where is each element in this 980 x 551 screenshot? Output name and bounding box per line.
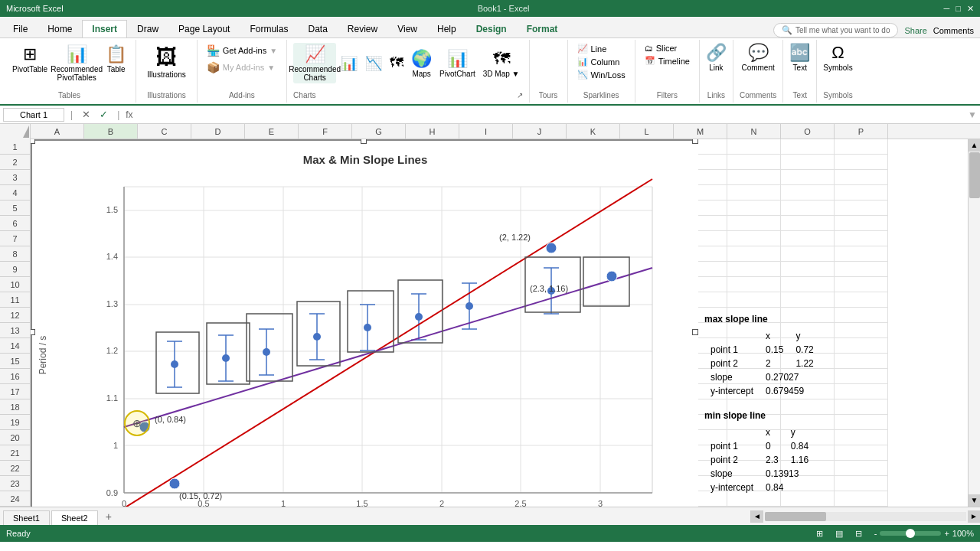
name-box[interactable] [3, 108, 64, 122]
grid-cell[interactable] [835, 292, 888, 308]
col-header-i[interactable]: I [459, 124, 513, 139]
hierarchy-chart-btn[interactable]: 📉 [362, 54, 385, 73]
row-header-15[interactable]: 15 [0, 354, 30, 369]
grid-cell[interactable] [835, 323, 888, 338]
scroll-left-btn[interactable]: ◄ [751, 510, 763, 523]
col-header-g[interactable]: G [352, 124, 406, 139]
get-addins-btn[interactable]: 🏪 Get Add-ins ▼ [204, 43, 280, 58]
row-header-10[interactable]: 10 [0, 277, 30, 292]
row-header-24[interactable]: 24 [0, 491, 30, 507]
grid-cell[interactable] [727, 292, 781, 308]
link-btn[interactable]: 🔗 Link [706, 43, 727, 72]
h-scroll-thumb[interactable] [765, 512, 826, 521]
my-addins-btn[interactable]: 📦 My Add-ins ▼ [204, 60, 280, 75]
share-button[interactable]: Share [904, 26, 926, 35]
grid-cell[interactable] [727, 170, 781, 185]
grid-cell[interactable] [835, 369, 888, 384]
close-btn[interactable]: ✕ [967, 4, 974, 14]
status-page-break[interactable]: ⊟ [855, 529, 862, 539]
grid-cell[interactable] [835, 277, 888, 292]
grid-cell[interactable] [835, 415, 888, 430]
grid-cell[interactable] [835, 461, 888, 476]
grid-cell[interactable] [835, 170, 888, 185]
zoom-out-btn[interactable]: - [874, 529, 877, 538]
row-header-3[interactable]: 3 [0, 170, 30, 185]
handle-tm[interactable] [361, 139, 367, 144]
grid-cell[interactable] [781, 139, 835, 155]
recommended-charts-btn[interactable]: 📈 Recommended Charts [293, 43, 336, 83]
grid-cell[interactable] [781, 277, 835, 292]
scroll-thumb[interactable] [969, 152, 980, 198]
handle-tl[interactable] [31, 139, 35, 144]
row-header-22[interactable]: 22 [0, 461, 30, 476]
3d-map-btn[interactable]: 🗺 3D Map ▼ [480, 47, 523, 80]
scroll-up-btn[interactable]: ▲ [969, 139, 980, 152]
maximize-btn[interactable]: □ [956, 4, 961, 14]
col-header-a[interactable]: A [31, 124, 84, 139]
column-sparkline-btn[interactable]: 📊 Column [574, 56, 629, 67]
grid-cell[interactable] [835, 231, 888, 246]
grid-cell[interactable] [727, 277, 781, 292]
menu-help[interactable]: Help [427, 20, 466, 37]
row-header-19[interactable]: 19 [0, 415, 30, 430]
search-bar[interactable]: 🔍 Tell me what you want to do [773, 23, 898, 37]
zoom-in-btn[interactable]: + [944, 529, 949, 538]
grid-cell[interactable] [835, 185, 888, 201]
grid-cell[interactable] [835, 445, 888, 461]
menu-home[interactable]: Home [38, 20, 82, 37]
line-sparkline-btn[interactable]: 📈 Line [574, 43, 629, 54]
row-header-21[interactable]: 21 [0, 445, 30, 461]
row-header-16[interactable]: 16 [0, 369, 30, 384]
recommended-pivot-btn[interactable]: 📊 Recommended PivotTables [54, 43, 100, 83]
grid-cell[interactable] [781, 155, 835, 170]
grid-cell[interactable] [727, 216, 781, 231]
grid-content[interactable]: Max & Min Slope Lines [31, 139, 968, 507]
slicer-btn[interactable]: 🗂 Slicer [642, 43, 693, 54]
status-normal-view[interactable]: ⊞ [816, 529, 823, 539]
formula-input[interactable] [136, 109, 965, 120]
scroll-right-btn[interactable]: ► [968, 510, 980, 523]
row-header-5[interactable]: 5 [0, 201, 30, 216]
row-header-9[interactable]: 9 [0, 262, 30, 277]
grid-cell[interactable] [835, 201, 888, 216]
row-header-8[interactable]: 8 [0, 246, 30, 262]
menu-formulas[interactable]: Formulas [240, 20, 298, 37]
comments-button[interactable]: Comments [933, 26, 974, 35]
grid-cell[interactable] [835, 384, 888, 399]
col-header-m[interactable]: M [674, 124, 727, 139]
grid-cell[interactable] [835, 246, 888, 262]
comment-btn[interactable]: 💬 Comment [741, 43, 774, 72]
grid-cell[interactable] [781, 292, 835, 308]
grid-cell[interactable] [727, 139, 781, 155]
menu-insert[interactable]: Insert [82, 20, 127, 37]
vertical-scrollbar[interactable]: ▲ ▼ [968, 139, 980, 507]
row-header-13[interactable]: 13 [0, 323, 30, 338]
grid-cell[interactable] [835, 430, 888, 445]
timeline-btn[interactable]: 📅 Timeline [642, 55, 693, 67]
row-header-20[interactable]: 20 [0, 430, 30, 445]
grid-cell[interactable] [835, 262, 888, 277]
grid-cell[interactable] [727, 155, 781, 170]
chart-container[interactable]: Max & Min Slope Lines [31, 139, 697, 507]
menu-data[interactable]: Data [298, 20, 337, 37]
col-header-l[interactable]: L [620, 124, 674, 139]
menu-format[interactable]: Format [517, 20, 568, 37]
grid-cell[interactable] [727, 201, 781, 216]
col-header-h[interactable]: H [406, 124, 459, 139]
sheet-tab-sheet1[interactable]: Sheet1 [3, 510, 50, 525]
col-header-n[interactable]: N [727, 124, 781, 139]
col-header-c[interactable]: C [138, 124, 191, 139]
zoom-thumb[interactable] [906, 529, 915, 538]
row-header-18[interactable]: 18 [0, 399, 30, 415]
status-page-layout[interactable]: ▤ [835, 529, 843, 539]
symbols-btn[interactable]: Ω Symbols [823, 43, 852, 72]
col-header-b[interactable]: B [84, 124, 138, 139]
menu-page-layout[interactable]: Page Layout [168, 20, 240, 37]
add-sheet-btn[interactable]: + [100, 508, 118, 525]
col-header-f[interactable]: F [299, 124, 352, 139]
handle-mr[interactable] [692, 329, 698, 335]
grid-cell[interactable] [781, 262, 835, 277]
grid-cell[interactable] [727, 246, 781, 262]
grid-cell[interactable] [781, 246, 835, 262]
col-header-k[interactable]: K [567, 124, 620, 139]
